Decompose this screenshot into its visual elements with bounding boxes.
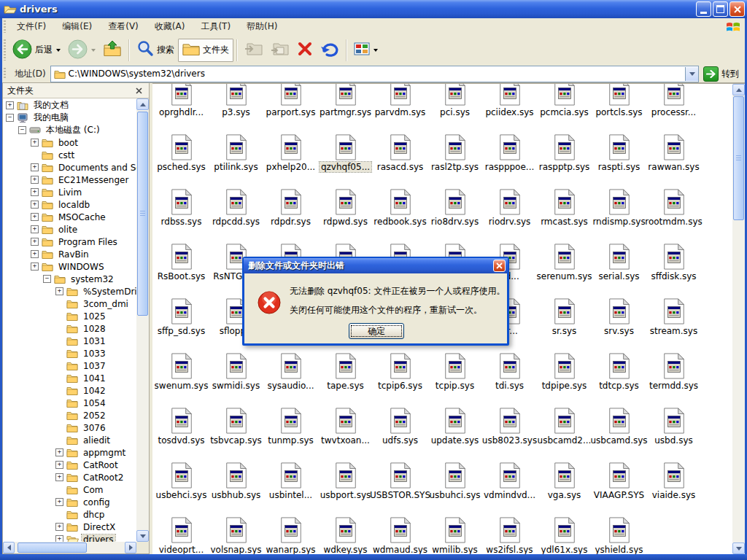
expand-toggle[interactable]: + bbox=[31, 201, 39, 209]
tree-item-localdb[interactable]: +localdb bbox=[3, 198, 136, 211]
tree-item-3com-dmi[interactable]: 3com_dmi bbox=[3, 298, 136, 310]
file-item-rasacd-sys[interactable]: rasacd.sys bbox=[373, 130, 427, 184]
folders-button[interactable]: 文件夹 bbox=[178, 39, 233, 62]
up-button[interactable] bbox=[99, 39, 125, 62]
file-item-rdpdr-sys[interactable]: rdpdr.sys bbox=[263, 184, 318, 239]
tree-item-program-files[interactable]: +Program Files bbox=[3, 236, 136, 248]
tree-item-catroot2[interactable]: +CatRoot2 bbox=[3, 471, 136, 483]
file-item-vdmindvd[interactable]: vdmindvd... bbox=[482, 458, 537, 513]
tree-item-1042[interactable]: 1042 bbox=[3, 384, 136, 397]
file-item-viaagp-sys[interactable]: VIAAGP.SYS bbox=[592, 458, 646, 513]
file-item-tdpipe-sys[interactable]: tdpipe.sys bbox=[537, 349, 592, 403]
file-scroll-up-button[interactable] bbox=[732, 84, 745, 96]
file-item-volsnap-sys[interactable]: volsnap.sys bbox=[209, 513, 263, 554]
address-input[interactable]: C:\WINDOWS\system32\drivers bbox=[50, 66, 699, 82]
tree-scroll-thumb[interactable] bbox=[137, 112, 148, 316]
file-item-psched-sys[interactable]: psched.sys bbox=[154, 130, 209, 184]
ok-button[interactable]: 确定 bbox=[349, 323, 404, 339]
file-item-ydl61x-sys[interactable]: ydl61x.sys bbox=[537, 513, 592, 554]
file-item-termdd-sys[interactable]: termdd.sys bbox=[646, 349, 701, 403]
menu-item-1[interactable]: 文件(F) bbox=[9, 18, 54, 35]
tree-item-drivers[interactable]: +drivers bbox=[3, 533, 136, 542]
file-item-pxhelp20[interactable]: pxhelp20... bbox=[263, 130, 318, 184]
file-item-sffp-sd-sys[interactable]: sffp_sd.sys bbox=[154, 294, 209, 349]
back-dropdown-caret[interactable] bbox=[56, 49, 61, 52]
file-item-swenum-sys[interactable]: swenum.sys bbox=[154, 349, 209, 403]
expand-toggle[interactable]: + bbox=[55, 287, 63, 295]
tree-item-appmgmt[interactable]: +appmgmt bbox=[3, 446, 136, 459]
tree-item-catroot[interactable]: +CatRoot bbox=[3, 459, 136, 471]
tree-item-c[interactable]: −本地磁盘 (C:) bbox=[3, 124, 136, 136]
tree-item-1054[interactable]: 1054 bbox=[3, 397, 136, 409]
file-item-usbcamd-sys[interactable]: usbcamd.sys bbox=[592, 403, 646, 458]
tree-scroll-down-button[interactable] bbox=[136, 530, 149, 542]
expand-toggle[interactable]: + bbox=[31, 139, 39, 147]
file-item-rdpcdd-sys[interactable]: rdpcdd.sys bbox=[209, 184, 263, 239]
tree-item-livim[interactable]: +Livim bbox=[3, 186, 136, 198]
file-item-serenum-sys[interactable]: serenum.sys bbox=[537, 239, 592, 294]
file-item-sysaudio[interactable]: sysaudio... bbox=[263, 349, 318, 403]
tree-item-systemdriv[interactable]: +%SystemDriv bbox=[3, 285, 136, 298]
file-item-pciidex-sys[interactable]: pciidex.sys bbox=[482, 84, 537, 130]
file-item-update-sys[interactable]: update.sys bbox=[427, 403, 482, 458]
tree-item-1028[interactable]: 1028 bbox=[3, 322, 136, 335]
tree-item-item[interactable]: +我的文档 bbox=[3, 99, 136, 112]
file-item-partmgr-sys[interactable]: partmgr.sys bbox=[318, 84, 373, 130]
tree-item-1033[interactable]: 1033 bbox=[3, 347, 136, 359]
menu-item-3[interactable]: 查看(V) bbox=[100, 18, 147, 35]
menu-grip[interactable] bbox=[4, 20, 6, 32]
minimize-button[interactable] bbox=[696, 1, 711, 17]
file-item-stream-sys[interactable]: stream.sys bbox=[646, 294, 701, 349]
delete-button[interactable] bbox=[293, 39, 317, 62]
expand-toggle[interactable]: + bbox=[55, 535, 63, 542]
file-item-wdkey-sys[interactable]: wdkey.sys bbox=[318, 513, 373, 554]
tree-item-boot[interactable]: +boot bbox=[3, 136, 136, 149]
file-item-usbhub-sys[interactable]: usbhub.sys bbox=[209, 458, 263, 513]
file-item-pcmcia-sys[interactable]: pcmcia.sys bbox=[537, 84, 592, 130]
expand-toggle[interactable]: + bbox=[55, 523, 63, 531]
tree-item-olite[interactable]: +olite bbox=[3, 223, 136, 236]
tree-item-2052[interactable]: 2052 bbox=[3, 409, 136, 421]
file-item-usbd-sys[interactable]: usbd.sys bbox=[646, 403, 701, 458]
menu-item-4[interactable]: 收藏(A) bbox=[147, 18, 193, 35]
file-item-sr-sys[interactable]: sr.sys bbox=[537, 294, 592, 349]
file-item-qzvhqf05[interactable]: qzvhqf05... bbox=[318, 130, 373, 184]
expand-toggle[interactable]: + bbox=[31, 262, 39, 271]
expand-toggle[interactable]: + bbox=[31, 225, 39, 233]
file-vertical-scrollbar[interactable] bbox=[732, 84, 745, 554]
file-item-ws2ifsl-sys[interactable]: ws2ifsl.sys bbox=[482, 513, 537, 554]
tree-item-ec21messenger[interactable]: +EC21Messenger bbox=[3, 174, 136, 186]
file-item-tcpip6-sys[interactable]: tcpip6.sys bbox=[373, 349, 427, 403]
tree-scroll-right-button[interactable] bbox=[125, 542, 136, 553]
expand-toggle[interactable]: − bbox=[18, 126, 26, 134]
file-item-p3-sys[interactable]: p3.sys bbox=[209, 84, 263, 130]
tree-item-directx[interactable]: +DirectX bbox=[3, 521, 136, 533]
file-item-rasl2tp-sys[interactable]: rasl2tp.sys bbox=[427, 130, 482, 184]
file-item-rdbss-sys[interactable]: rdbss.sys bbox=[154, 184, 209, 239]
file-item-usbehci-sys[interactable]: usbehci.sys bbox=[154, 458, 209, 513]
file-item-redbook-sys[interactable]: redbook.sys bbox=[373, 184, 427, 239]
file-item-usbintel[interactable]: usbintel... bbox=[263, 458, 318, 513]
tree-item-config[interactable]: +config bbox=[3, 496, 136, 508]
tree-item-dhcp[interactable]: dhcp bbox=[3, 508, 136, 521]
tree-item-1041[interactable]: 1041 bbox=[3, 372, 136, 384]
file-item-raspppoe[interactable]: raspppoe... bbox=[482, 130, 537, 184]
tree-hscroll-thumb[interactable] bbox=[18, 542, 87, 553]
views-dropdown-caret[interactable] bbox=[374, 49, 378, 52]
file-item-portcls-sys[interactable]: portcls.sys bbox=[592, 84, 646, 130]
file-item-tosdvd-sys[interactable]: tosdvd.sys bbox=[154, 403, 209, 458]
forward-button[interactable] bbox=[64, 39, 99, 62]
dialog-close-button[interactable] bbox=[493, 260, 506, 272]
file-item-rdpwd-sys[interactable]: rdpwd.sys bbox=[318, 184, 373, 239]
tree-item-cstt[interactable]: cstt bbox=[3, 149, 136, 161]
folders-pane-close-button[interactable] bbox=[133, 85, 144, 96]
file-item-usbuhci-sys[interactable]: usbuhci.sys bbox=[427, 458, 482, 513]
file-item-twvtxoan[interactable]: twvtxoan... bbox=[318, 403, 373, 458]
expand-toggle[interactable]: + bbox=[31, 250, 39, 258]
file-item-parport-sys[interactable]: parport.sys bbox=[263, 84, 318, 130]
file-item-usbstor-sys[interactable]: USBSTOR.SYS bbox=[373, 458, 427, 513]
tree-item-com[interactable]: Com bbox=[3, 483, 136, 496]
tree-item-ravbin[interactable]: +RavBin bbox=[3, 248, 136, 260]
close-button[interactable] bbox=[729, 1, 745, 17]
file-item-tsbvcap-sys[interactable]: tsbvcap.sys bbox=[209, 403, 263, 458]
